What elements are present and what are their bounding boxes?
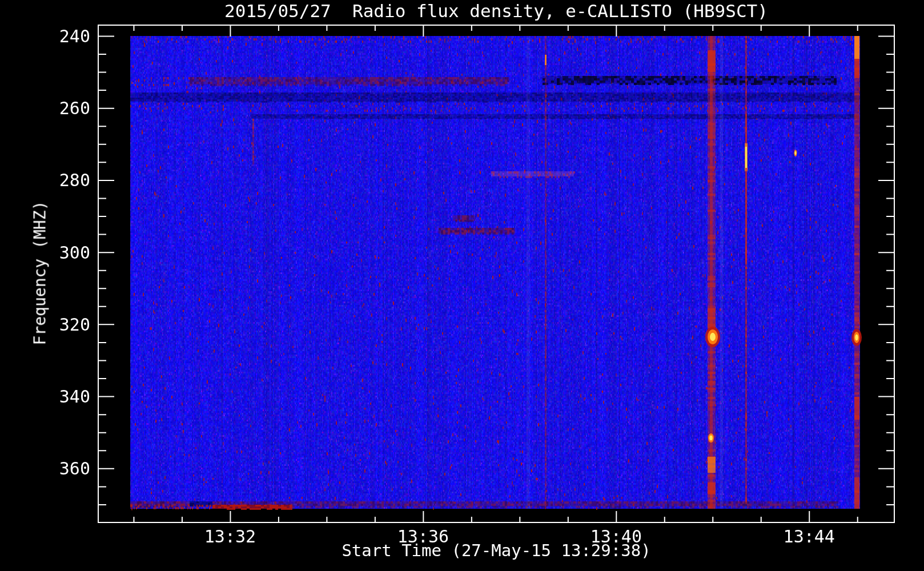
x-tick-label: 13:32	[204, 526, 256, 546]
y-tick-label: 300	[23, 242, 90, 262]
x-tick-label: 13:44	[784, 526, 835, 546]
chart-title: 2015/05/27 Radio flux density, e-CALLIST…	[98, 1, 894, 22]
x-tick-label: 13:36	[397, 526, 449, 546]
y-tick-label: 340	[23, 387, 90, 407]
spectrogram-chart: 2015/05/27 Radio flux density, e-CALLIST…	[0, 0, 924, 571]
y-tick-label: 240	[23, 26, 90, 46]
y-tick-label: 280	[23, 170, 90, 190]
spectrogram-canvas	[0, 0, 924, 571]
y-tick-label: 320	[23, 314, 90, 334]
y-tick-label: 360	[23, 459, 90, 478]
y-tick-label: 260	[23, 98, 90, 118]
x-tick-label: 13:40	[590, 526, 642, 546]
